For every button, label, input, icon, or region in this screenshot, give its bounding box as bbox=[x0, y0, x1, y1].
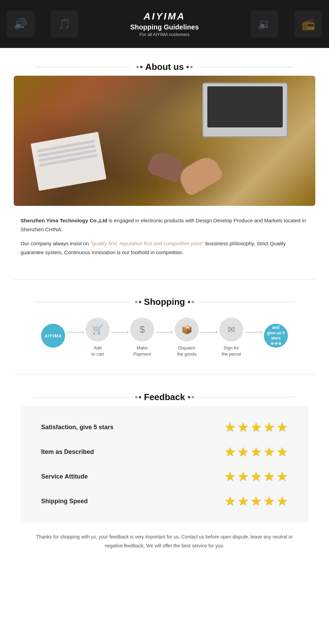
shopping-section-title-container: Shopping bbox=[0, 283, 329, 311]
about-section: Shenzhen Yima Technology Co.,Ltd is enga… bbox=[0, 76, 329, 257]
step-cart-label: Addto cart bbox=[92, 345, 104, 357]
process-arrow-1 bbox=[67, 332, 84, 333]
about-dot-pair-left bbox=[136, 66, 143, 68]
stars-shipping: ★ ★ ★ ★ ★ bbox=[224, 494, 288, 509]
shopping-title-inner: Shopping bbox=[130, 297, 199, 307]
payment-icon: $ bbox=[139, 324, 145, 335]
stars-service: ★ ★ ★ ★ ★ bbox=[224, 469, 288, 484]
feedback-label-satisfaction: Satisfaction, give 5 stars bbox=[41, 424, 113, 431]
process-arrow-4 bbox=[200, 332, 218, 333]
star-sh5: ★ bbox=[276, 494, 288, 509]
section-line-right-feedback bbox=[199, 397, 295, 397]
star-s1: ★ bbox=[224, 469, 236, 484]
about-dot-4 bbox=[190, 66, 193, 68]
shopping-dot-pair-right bbox=[188, 301, 194, 303]
process-arrow-2 bbox=[111, 332, 129, 333]
feedback-row-shipping: Shipping Speed ★ ★ ★ ★ ★ bbox=[41, 494, 288, 509]
section-line-left-shopping bbox=[34, 302, 130, 302]
star-s2: ★ bbox=[237, 469, 249, 484]
star-d3: ★ bbox=[250, 444, 262, 459]
star-d1: ★ bbox=[224, 444, 236, 459]
star-s4: ★ bbox=[263, 469, 275, 484]
section-line-left-about bbox=[35, 67, 131, 67]
about-title-inner: About us bbox=[131, 62, 198, 72]
header-subtitle: For all AIYIMA customers bbox=[130, 32, 199, 37]
speaker-icon-4: 📻 bbox=[295, 10, 322, 38]
about-dot-2 bbox=[140, 66, 143, 68]
star-4: ★ bbox=[263, 420, 275, 435]
star-s5: ★ bbox=[276, 469, 288, 484]
shopping-dot-4 bbox=[192, 301, 194, 303]
shopping-dot-2 bbox=[139, 301, 141, 303]
feedback-section-title-container: Feedback bbox=[0, 378, 329, 406]
about-dot-pair-right bbox=[186, 66, 193, 68]
shopping-section-heading: Shopping bbox=[144, 297, 185, 307]
brand-logo: AIYIMA bbox=[130, 11, 199, 22]
feedback-dot-4 bbox=[192, 396, 194, 398]
process-step-sign: ✉ Sign forthe parcel bbox=[219, 318, 243, 357]
feedback-dot-pair-left bbox=[135, 396, 141, 398]
separator-feedback bbox=[14, 374, 315, 375]
laptop-shape bbox=[202, 83, 288, 137]
confirm-circle-icon: Confirm andgive us 5 stars★★★★★ bbox=[264, 324, 288, 348]
feedback-row-service: Service Attitude ★ ★ ★ ★ ★ bbox=[41, 469, 288, 484]
section-line-right-about bbox=[198, 67, 294, 67]
sign-icon: ✉ bbox=[228, 324, 235, 335]
star-d2: ★ bbox=[237, 444, 249, 459]
about-section-title-container: About us bbox=[0, 48, 329, 76]
star-5: ★ bbox=[276, 420, 288, 435]
feedback-card: Satisfaction, give 5 stars ★ ★ ★ ★ ★ Ite… bbox=[21, 406, 308, 522]
process-arrow-3 bbox=[156, 332, 173, 333]
speaker-icon-3: 🔉 bbox=[251, 10, 278, 38]
process-step-payment: $ MakePayment bbox=[130, 318, 154, 357]
about-image-inner bbox=[14, 76, 315, 206]
star-sh4: ★ bbox=[263, 494, 275, 509]
star-2: ★ bbox=[237, 420, 249, 435]
dispatch-icon: 📦 bbox=[181, 324, 192, 335]
feedback-title-inner: Feedback bbox=[130, 392, 199, 402]
confirm-icon-text: Confirm andgive us 5 stars★★★★★ bbox=[266, 320, 286, 352]
star-s3: ★ bbox=[250, 469, 262, 484]
stars-satisfaction: ★ ★ ★ ★ ★ bbox=[224, 420, 288, 435]
feedback-row-described: Item as Described ★ ★ ★ ★ ★ bbox=[41, 444, 288, 459]
step-dispatch-label: Dispatchthe goods bbox=[177, 345, 196, 357]
company-name: Shenzhen Yima Technology Co.,Ltd bbox=[21, 218, 107, 223]
section-line-right-shopping bbox=[199, 302, 295, 302]
process-arrow-5 bbox=[245, 332, 262, 333]
feedback-section: Satisfaction, give 5 stars ★ ★ ★ ★ ★ Ite… bbox=[0, 406, 329, 522]
about-dot-1 bbox=[136, 66, 139, 68]
shopping-section: AIYIMA 🛒 Addto cart $ MakePayment 📦 bbox=[0, 311, 329, 371]
feedback-label-shipping: Shipping Speed bbox=[41, 498, 88, 505]
feedback-dot-2 bbox=[139, 396, 141, 398]
section-line-left-feedback bbox=[34, 397, 130, 397]
brand-circle-icon: AIYIMA bbox=[41, 324, 65, 348]
process-flow: AIYIMA 🛒 Addto cart $ MakePayment 📦 bbox=[14, 311, 315, 371]
star-sh2: ★ bbox=[237, 494, 249, 509]
cart-circle-icon: 🛒 bbox=[86, 318, 110, 342]
header-center: AIYIMA Shopping Guidelines For all AIYIM… bbox=[130, 11, 199, 37]
star-sh3: ★ bbox=[250, 494, 262, 509]
stars-described: ★ ★ ★ ★ ★ bbox=[224, 444, 288, 459]
star-d5: ★ bbox=[276, 444, 288, 459]
speaker-icon-1: 🔊 bbox=[7, 10, 34, 38]
step-sign-label: Sign forthe parcel bbox=[221, 345, 241, 357]
step-payment-label: MakePayment bbox=[133, 345, 151, 357]
shopping-dot-pair-left bbox=[135, 301, 141, 303]
star-d4: ★ bbox=[263, 444, 275, 459]
star-1: ★ bbox=[224, 420, 236, 435]
process-step-brand: AIYIMA bbox=[41, 324, 65, 351]
laptop-screen bbox=[207, 86, 283, 127]
about-dot-3 bbox=[186, 66, 189, 68]
about-image bbox=[14, 76, 315, 206]
about-paragraph-2-prefix: Our company always insist on bbox=[21, 240, 90, 246]
header-title: Shopping Guidelines bbox=[130, 23, 199, 31]
feedback-dot-pair-right bbox=[188, 396, 194, 398]
speaker-icon-2: 🎵 bbox=[51, 10, 78, 38]
feedback-dot-1 bbox=[135, 396, 137, 398]
feedback-dot-3 bbox=[188, 396, 190, 398]
process-step-cart: 🛒 Addto cart bbox=[86, 318, 110, 357]
payment-circle-icon: $ bbox=[130, 318, 154, 342]
feedback-row-satisfaction: Satisfaction, give 5 stars ★ ★ ★ ★ ★ bbox=[41, 420, 288, 435]
shopping-dot-1 bbox=[135, 301, 137, 303]
header: 🔊 🎵 🔉 📻 AIYIMA Shopping Guidelines For a… bbox=[0, 0, 329, 48]
